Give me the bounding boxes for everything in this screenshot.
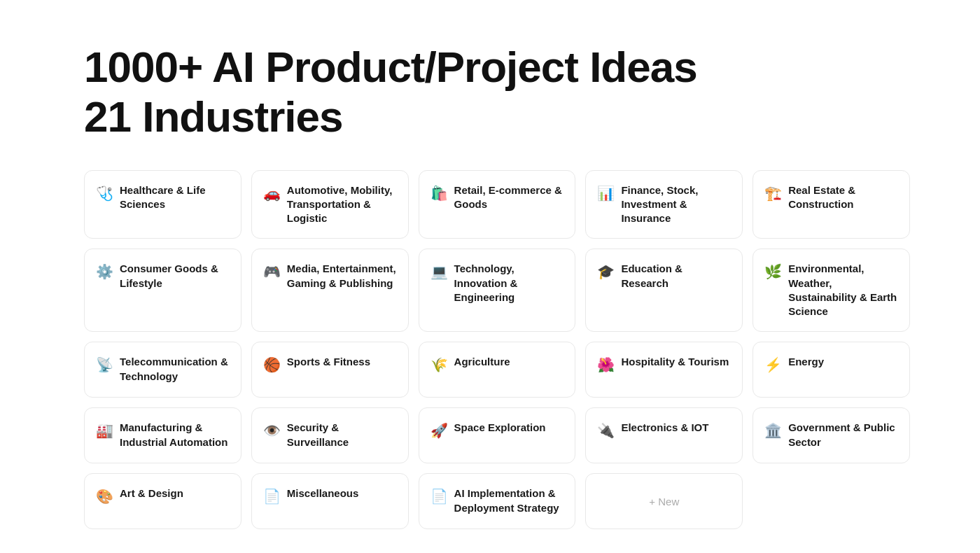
card-icon-automotive: 🚗 (263, 185, 280, 202)
card-label-automotive: Automotive, Mobility, Transportation & L… (287, 183, 397, 226)
card-icon-retail: 🛍️ (430, 185, 447, 202)
card-label-technology: Technology, Innovation & Engineering (454, 262, 564, 304)
card-electronics[interactable]: 🔌 Electronics & IOT (585, 407, 743, 463)
card-label-energy: Energy (788, 355, 824, 369)
card-icon-sports: 🏀 (263, 356, 280, 373)
card-misc[interactable]: 📄 Miscellaneous (251, 473, 409, 529)
card-space[interactable]: 🚀 Space Exploration (419, 407, 576, 463)
card-label-space: Space Exploration (454, 421, 546, 435)
card-icon-energy: ⚡ (764, 356, 781, 373)
card-finance[interactable]: 📊 Finance, Stock, Investment & Insurance (585, 170, 743, 239)
card-technology[interactable]: 💻 Technology, Innovation & Engineering (419, 248, 576, 332)
card-label-ai-impl: AI Implementation & Deployment Strategy (454, 486, 564, 515)
card-label-telecom: Telecommunication & Technology (120, 355, 230, 384)
card-label-retail: Retail, E-commerce & Goods (454, 183, 564, 212)
card-manufacturing[interactable]: 🏭 Manufacturing & Industrial Automation (84, 407, 241, 463)
page-title: 1000+ AI Product/Project Ideas 21 Indust… (84, 42, 910, 142)
card-telecom[interactable]: 📡 Telecommunication & Technology (84, 342, 241, 398)
card-icon-agriculture: 🌾 (430, 356, 447, 373)
card-icon-security: 👁️ (263, 422, 280, 439)
card-education[interactable]: 🎓 Education & Research (585, 248, 743, 332)
industry-grid: 🩺 Healthcare & Life Sciences 🚗 Automotiv… (84, 170, 910, 530)
card-label-government: Government & Public Sector (788, 421, 898, 449)
card-agriculture[interactable]: 🌾 Agriculture (419, 342, 576, 398)
card-government[interactable]: 🏛️ Government & Public Sector (752, 407, 910, 463)
card-icon-ai-impl: 📄 (430, 488, 447, 505)
card-sports[interactable]: 🏀 Sports & Fitness (251, 342, 409, 398)
card-icon-telecom: 📡 (96, 356, 113, 373)
card-icon-space: 🚀 (430, 422, 447, 439)
card-new[interactable]: + New (585, 473, 743, 529)
card-label-electronics: Electronics & IOT (621, 421, 708, 435)
card-label-media: Media, Entertainment, Gaming & Publishin… (287, 262, 397, 290)
card-ai-impl[interactable]: 📄 AI Implementation & Deployment Strateg… (419, 473, 576, 529)
card-media[interactable]: 🎮 Media, Entertainment, Gaming & Publish… (251, 248, 409, 332)
card-environmental[interactable]: 🌿 Environmental, Weather, Sustainability… (752, 248, 910, 332)
card-label-healthcare: Healthcare & Life Sciences (120, 183, 230, 212)
card-artdesign[interactable]: 🎨 Art & Design (84, 473, 241, 529)
card-icon-education: 🎓 (597, 263, 614, 280)
card-label-environmental: Environmental, Weather, Sustainability &… (788, 262, 898, 318)
card-label-consumer: Consumer Goods & Lifestyle (120, 262, 230, 290)
card-realestate[interactable]: 🏗️ Real Estate & Construction (752, 170, 910, 239)
card-label-artdesign: Art & Design (120, 486, 183, 500)
new-label: + New (649, 496, 679, 507)
card-icon-hospitality: 🌺 (597, 356, 614, 373)
card-icon-manufacturing: 🏭 (96, 422, 113, 439)
card-label-hospitality: Hospitality & Tourism (621, 355, 729, 369)
card-label-finance: Finance, Stock, Investment & Insurance (621, 183, 731, 226)
card-icon-consumer: ⚙️ (96, 263, 113, 280)
card-icon-realestate: 🏗️ (764, 185, 781, 202)
card-icon-artdesign: 🎨 (96, 488, 113, 505)
card-label-education: Education & Research (621, 262, 731, 290)
card-label-realestate: Real Estate & Construction (788, 183, 898, 212)
card-healthcare[interactable]: 🩺 Healthcare & Life Sciences (84, 170, 241, 239)
card-icon-media: 🎮 (263, 263, 280, 280)
card-security[interactable]: 👁️ Security & Surveillance (251, 407, 409, 463)
card-icon-environmental: 🌿 (764, 263, 781, 280)
card-icon-electronics: 🔌 (597, 422, 614, 439)
card-icon-technology: 💻 (430, 263, 447, 280)
card-icon-healthcare: 🩺 (96, 185, 113, 202)
card-retail[interactable]: 🛍️ Retail, E-commerce & Goods (419, 170, 576, 239)
card-icon-finance: 📊 (597, 185, 614, 202)
card-label-agriculture: Agriculture (454, 355, 510, 369)
card-consumer[interactable]: ⚙️ Consumer Goods & Lifestyle (84, 248, 241, 332)
card-label-manufacturing: Manufacturing & Industrial Automation (120, 421, 230, 449)
card-label-misc: Miscellaneous (287, 486, 359, 500)
card-hospitality[interactable]: 🌺 Hospitality & Tourism (585, 342, 743, 398)
card-icon-government: 🏛️ (764, 422, 781, 439)
card-automotive[interactable]: 🚗 Automotive, Mobility, Transportation &… (251, 170, 409, 239)
card-label-sports: Sports & Fitness (287, 355, 370, 369)
card-icon-misc: 📄 (263, 488, 280, 505)
card-label-security: Security & Surveillance (287, 421, 397, 449)
card-energy[interactable]: ⚡ Energy (752, 342, 910, 398)
